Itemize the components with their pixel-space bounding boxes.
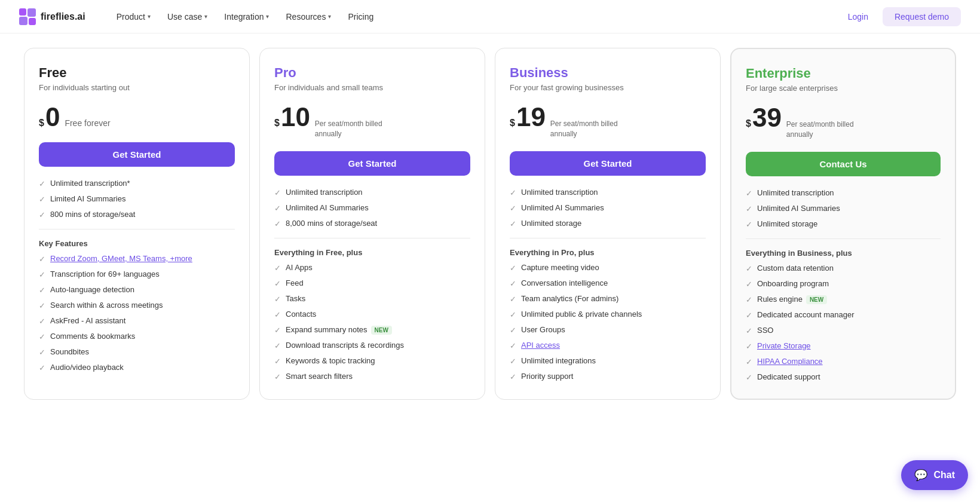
chevron-down-icon: ▾ bbox=[266, 13, 269, 20]
cta-button-pro[interactable]: Get Started bbox=[274, 151, 470, 176]
feature-text: Soundbites bbox=[50, 347, 89, 356]
feature-text: Unlimited AI Summaries bbox=[757, 204, 840, 213]
feature-text: Tasks bbox=[286, 294, 305, 303]
plan-tagline-business: For your fast growing businesses bbox=[510, 83, 706, 92]
basic-features-enterprise: ✓Unlimited transcription✓Unlimited AI Su… bbox=[746, 188, 941, 229]
check-icon: ✓ bbox=[746, 189, 752, 198]
feature-text: Unlimited transcription* bbox=[50, 179, 130, 188]
feature-text: Unlimited transcription bbox=[286, 188, 363, 197]
list-item: ✓Rules engineNEW bbox=[746, 295, 941, 304]
feature-text: Contacts bbox=[286, 310, 316, 319]
feature-text: Private Storage bbox=[757, 341, 811, 350]
check-icon: ✓ bbox=[39, 270, 45, 279]
check-icon: ✓ bbox=[39, 255, 45, 264]
nav-link-usecase[interactable]: Use case ▾ bbox=[160, 8, 215, 25]
list-item: ✓Custom data retention bbox=[746, 264, 941, 273]
section-divider bbox=[510, 238, 706, 238]
list-item: ✓Expand summary notesNEW bbox=[274, 325, 470, 335]
section-divider bbox=[746, 238, 941, 239]
price-dollar-sign: $ bbox=[510, 118, 515, 128]
list-item: ✓Keywords & topic tracking bbox=[274, 356, 470, 366]
nav-link-pricing[interactable]: Pricing bbox=[341, 8, 381, 25]
list-item: ✓Limited AI Summaries bbox=[39, 194, 235, 204]
list-item: ✓Soundbites bbox=[39, 347, 235, 357]
feature-text: Unlimited integrations bbox=[521, 356, 596, 365]
cta-button-free[interactable]: Get Started bbox=[39, 142, 235, 167]
basic-features-pro: ✓Unlimited transcription✓Unlimited AI Su… bbox=[274, 188, 470, 228]
check-icon: ✓ bbox=[746, 373, 752, 382]
check-icon: ✓ bbox=[746, 311, 752, 320]
check-icon: ✓ bbox=[39, 210, 45, 219]
plan-card-free: FreeFor individuals starting out$0Free f… bbox=[24, 48, 250, 400]
feature-text: SSO bbox=[757, 326, 773, 335]
features-pro: ✓AI Apps✓Feed✓Tasks✓Contacts✓Expand summ… bbox=[274, 263, 470, 381]
check-icon: ✓ bbox=[510, 326, 516, 335]
feature-text: Unlimited transcription bbox=[757, 188, 834, 197]
list-item: ✓Auto-language detection bbox=[39, 285, 235, 295]
check-icon: ✓ bbox=[274, 341, 281, 350]
section-divider bbox=[39, 229, 235, 229]
check-icon: ✓ bbox=[274, 372, 281, 381]
list-item: ✓Private Storage bbox=[746, 341, 941, 351]
feature-text: Keywords & topic tracking bbox=[286, 356, 375, 365]
list-item: ✓Conversation intelligence bbox=[510, 278, 706, 288]
list-item: ✓Unlimited transcription bbox=[510, 188, 706, 197]
cta-button-enterprise[interactable]: Contact Us bbox=[746, 152, 941, 176]
check-icon: ✓ bbox=[746, 204, 752, 213]
cta-button-business[interactable]: Get Started bbox=[510, 151, 706, 176]
feature-text: Dedicated support bbox=[757, 372, 820, 381]
plan-price-business: $19Per seat/month billedannually bbox=[510, 104, 706, 139]
list-item: ✓Tasks bbox=[274, 294, 470, 304]
price-amount: 0 bbox=[45, 104, 60, 130]
section-label-free: Key Features bbox=[39, 239, 235, 248]
features-business: ✓Capture meeting video✓Conversation inte… bbox=[510, 263, 706, 381]
check-icon: ✓ bbox=[510, 264, 516, 273]
check-icon: ✓ bbox=[274, 326, 281, 335]
logo-text: fireflies.ai bbox=[41, 11, 85, 22]
check-icon: ✓ bbox=[39, 286, 45, 295]
login-button[interactable]: Login bbox=[841, 8, 875, 25]
list-item: ✓Smart search filters bbox=[274, 372, 470, 381]
price-amount: 39 bbox=[752, 105, 782, 131]
plan-card-business: BusinessFor your fast growing businesses… bbox=[495, 48, 721, 400]
price-free-text: Free forever bbox=[65, 118, 110, 128]
chevron-down-icon: ▾ bbox=[328, 13, 331, 20]
feature-text: Audio/video playback bbox=[50, 363, 124, 372]
check-icon: ✓ bbox=[746, 264, 752, 273]
nav-actions: Login Request demo bbox=[841, 7, 961, 26]
svg-rect-3 bbox=[29, 18, 36, 25]
nav-link-integration[interactable]: Integration ▾ bbox=[217, 8, 276, 25]
feature-text: AskFred - AI assistant bbox=[50, 316, 125, 325]
price-dollar-sign: $ bbox=[39, 118, 44, 128]
feature-text: Conversation intelligence bbox=[521, 278, 608, 287]
list-item: ✓Audio/video playback bbox=[39, 363, 235, 372]
check-icon: ✓ bbox=[510, 372, 516, 381]
list-item: ✓Download transcripts & recordings bbox=[274, 341, 470, 350]
check-icon: ✓ bbox=[274, 310, 281, 319]
request-demo-button[interactable]: Request demo bbox=[883, 7, 961, 26]
list-item: ✓Unlimited transcription bbox=[274, 188, 470, 197]
navbar: fireflies.ai Product ▾ Use case ▾ Integr… bbox=[0, 0, 980, 33]
feature-text: 8,000 mins of storage/seat bbox=[286, 219, 377, 228]
feature-text: Unlimited AI Summaries bbox=[521, 203, 604, 212]
check-icon: ✓ bbox=[274, 219, 281, 228]
list-item: ✓Transcription for 69+ languages bbox=[39, 270, 235, 279]
feature-text: Capture meeting video bbox=[521, 263, 599, 272]
list-item: ✓Unlimited transcription* bbox=[39, 179, 235, 188]
check-icon: ✓ bbox=[746, 342, 752, 351]
check-icon: ✓ bbox=[39, 179, 45, 188]
feature-text: Dedicated account manager bbox=[757, 310, 855, 319]
check-icon: ✓ bbox=[39, 195, 45, 204]
price-period: Per seat/month billedannually bbox=[315, 119, 382, 139]
nav-link-product[interactable]: Product ▾ bbox=[109, 8, 158, 25]
chevron-down-icon: ▾ bbox=[204, 13, 207, 20]
logo[interactable]: fireflies.ai bbox=[19, 8, 85, 25]
check-icon: ✓ bbox=[510, 204, 516, 213]
feature-text: Feed bbox=[286, 278, 304, 287]
list-item: ✓Unlimited AI Summaries bbox=[510, 203, 706, 213]
nav-link-resources[interactable]: Resources ▾ bbox=[278, 8, 338, 25]
list-item: ✓Capture meeting video bbox=[510, 263, 706, 273]
feature-text: Download transcripts & recordings bbox=[286, 341, 404, 350]
list-item: ✓Unlimited integrations bbox=[510, 356, 706, 366]
plan-tagline-enterprise: For large scale enterprises bbox=[746, 84, 941, 93]
